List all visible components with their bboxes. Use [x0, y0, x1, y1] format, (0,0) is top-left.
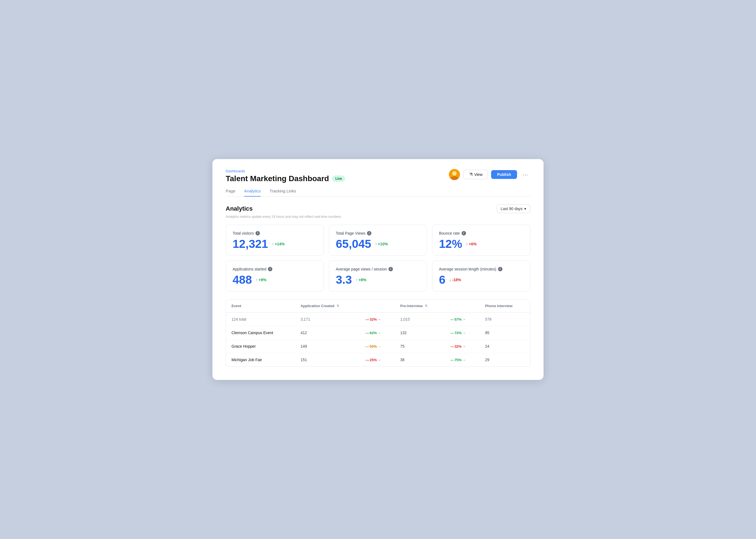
live-badge: Live — [332, 176, 345, 182]
metric-value: 65,045 — [336, 238, 371, 250]
dashboard-card: Dashboards Talent Marketing Dashboard Li… — [213, 159, 543, 380]
pre-interview-cell: 75 — [395, 340, 445, 353]
funnel-badge: — 62%→ — [366, 331, 381, 335]
metric-value: 12,321 — [233, 238, 268, 250]
metric-value-row: 65,045 +10% — [336, 238, 420, 250]
info-icon: i — [255, 231, 260, 235]
event-cell: Michigan Job Fair — [226, 353, 295, 366]
page-title: Talent Marketing Dashboard — [226, 174, 329, 183]
analytics-header: Analytics Last 90 days ▾ — [226, 204, 530, 213]
metric-label: Average page views / session i — [336, 267, 420, 271]
funnel-badge: — 72%→ — [450, 331, 466, 335]
funnel-badge: — 75%→ — [450, 358, 466, 362]
info-icon: i — [389, 267, 393, 271]
col-app-created[interactable]: Application Created ⇅ — [295, 299, 360, 313]
info-icon: i — [268, 267, 272, 271]
pre-interview-cell: 132 — [395, 326, 445, 340]
metric-label: Applications started i — [233, 267, 317, 271]
table-row: 124 total 3,171 — 32%→ 1,015 — 57%→ 578 — [226, 312, 530, 326]
events-table-container: Event Application Created ⇅ Pre-Intervie… — [226, 299, 530, 367]
metric-bounce-rate: Bounce rate i 12% +6% — [432, 225, 530, 256]
arrow-up-icon — [272, 242, 274, 246]
metric-change: +8% — [356, 278, 366, 282]
publish-button[interactable]: Publish — [491, 170, 517, 179]
table-row: Grace Hopper 149 — 50%→ 75 — 32%→ 24 — [226, 340, 530, 353]
metric-total-page-views: Total Page Views i 65,045 +10% — [329, 225, 427, 256]
arrow-up-icon — [375, 242, 377, 246]
event-cell: Clemson Campus Event — [226, 326, 295, 340]
tab-page[interactable]: Page — [226, 189, 236, 196]
analytics-section-title: Analytics — [226, 205, 253, 212]
metric-change: +6% — [466, 242, 477, 246]
arrow-down-icon — [449, 278, 451, 282]
title-row: Talent Marketing Dashboard Live — [226, 174, 345, 183]
table-header-row: Event Application Created ⇅ Pre-Intervie… — [226, 299, 530, 313]
phone-interview-cell: 578 — [480, 312, 530, 326]
app-funnel-cell: — 25%→ — [360, 353, 395, 366]
pre-funnel-cell: — 75%→ — [445, 353, 480, 366]
info-icon: i — [367, 231, 371, 235]
pre-funnel-cell: — 57%→ — [445, 312, 480, 326]
metric-change: -18% — [449, 278, 461, 282]
metric-value: 12% — [439, 238, 462, 250]
pre-interview-cell: 38 — [395, 353, 445, 366]
tab-analytics[interactable]: Analytics — [244, 189, 261, 196]
col-phone-interview: Phone Interview — [480, 299, 530, 313]
app-funnel-cell: — 32%→ — [360, 312, 395, 326]
funnel-badge: — 57%→ — [450, 317, 466, 322]
header: Dashboards Talent Marketing Dashboard Li… — [226, 169, 530, 183]
view-button[interactable]: View — [463, 170, 488, 179]
table-row: Clemson Campus Event 412 — 62%→ 132 — 72… — [226, 326, 530, 340]
info-icon: i — [498, 267, 503, 271]
svg-point-1 — [452, 171, 457, 176]
pre-interview-cell: 1,015 — [395, 312, 445, 326]
sort-icon: ⇅ — [336, 304, 339, 308]
header-left: Dashboards Talent Marketing Dashboard Li… — [226, 169, 345, 183]
pre-funnel-cell: — 32%→ — [445, 340, 480, 353]
app-created-cell: 3,171 — [295, 312, 360, 326]
arrow-up-icon — [466, 242, 468, 246]
phone-interview-cell: 29 — [480, 353, 530, 366]
event-cell: 124 total — [226, 312, 295, 326]
metric-value-row: 12,321 +14% — [233, 238, 317, 250]
metric-change: +14% — [272, 242, 284, 246]
app-created-cell: 149 — [295, 340, 360, 353]
funnel-badge: — 50%→ — [366, 345, 381, 348]
app-funnel-cell: — 50%→ — [360, 340, 395, 353]
info-icon: i — [462, 231, 466, 235]
metric-label: Bounce rate i — [439, 231, 523, 235]
metric-change: +10% — [375, 242, 388, 246]
metric-value: 6 — [439, 274, 445, 286]
metric-applications-started: Applications started i 488 +9% — [226, 261, 324, 291]
app-funnel-cell: — 62%→ — [360, 326, 395, 340]
col-funnel-2 — [445, 299, 480, 313]
breadcrumb: Dashboards — [226, 169, 345, 173]
col-funnel-1 — [360, 299, 395, 313]
metric-avg-session-length: Average session length (minutes) i 6 -18… — [432, 261, 530, 291]
metric-value-row: 12% +6% — [439, 238, 523, 250]
metric-label: Total Page Views i — [336, 231, 420, 235]
metric-label: Total visitors i — [233, 231, 317, 235]
metric-value: 488 — [233, 274, 252, 286]
metric-value: 3.3 — [336, 274, 352, 286]
header-right: View Publish ··· — [449, 169, 530, 180]
metric-avg-page-views: Average page views / session i 3.3 +8% — [329, 261, 427, 291]
tab-tracking-links[interactable]: Tracking Links — [270, 189, 296, 196]
metric-label: Average session length (minutes) i — [439, 267, 523, 271]
analytics-note: Analytics metrics update every 24 hours … — [226, 215, 530, 219]
chevron-down-icon: ▾ — [524, 206, 526, 211]
col-pre-interview[interactable]: Pre-Interview ⇅ — [395, 299, 445, 313]
events-table: Event Application Created ⇅ Pre-Intervie… — [226, 299, 530, 366]
arrow-up-icon — [356, 278, 358, 282]
avatar — [449, 169, 460, 180]
metric-value-row: 488 +9% — [233, 274, 317, 286]
app-created-cell: 151 — [295, 353, 360, 366]
funnel-badge: — 25%→ — [366, 358, 381, 362]
metric-change: +9% — [256, 278, 266, 282]
funnel-badge: — 32%→ — [450, 345, 466, 348]
sort-icon: ⇅ — [425, 304, 427, 308]
period-selector[interactable]: Last 90 days ▾ — [497, 204, 530, 213]
metric-value-row: 3.3 +8% — [336, 274, 420, 286]
tabs: Page Analytics Tracking Links — [226, 189, 530, 196]
more-button[interactable]: ··· — [520, 170, 530, 179]
